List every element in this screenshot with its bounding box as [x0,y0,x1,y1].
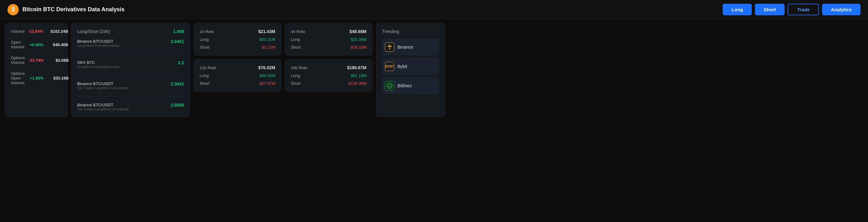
trending-bitfinex[interactable]: Bitfinex [382,78,439,94]
rekt-4h-header: 4h Rekt $48.68M [291,29,367,34]
svg-marker-4 [389,46,391,48]
ratio-sub-1: Long/Short Ratio(Accounts) [77,65,119,69]
ratio-val-1: 2.2 [178,60,184,65]
svg-marker-0 [389,45,391,46]
divider [77,53,184,54]
rekt-4h-short-value: $16.33M [350,45,367,49]
ratio-row-3: Binance BTC/USDT Top Trader Long/Short (… [77,103,184,111]
trending-bybit[interactable]: BYBT Bybit [382,58,439,75]
ratio-title-3: Binance BTC/USDT [77,103,128,107]
rekt-12h-long-label: Long [200,73,209,78]
rekt-4h-long-value: $32.34M [350,37,367,42]
ratio-row-2: Binance BTC/USDT Top Trader Long/Short (… [77,81,184,90]
rekt-24h-total: $190.67M [347,65,367,70]
ratio-title-2: Binance BTC/USDT [77,81,129,86]
btc-logo-icon: ₿ [7,4,19,15]
rekt-12h-label: 12h Rekt [200,66,216,70]
rekt-1h-long-value: $20.31M [259,37,275,42]
rekt-24h-long-value: $62.19M [350,73,367,78]
rekt-24h-short-label: Short [291,81,301,86]
short-button[interactable]: Short [755,4,784,15]
trade-button[interactable]: Trade [788,4,819,15]
stat-row: Options Volume -33.79% $3.58B [11,56,62,65]
header-left: ₿ Bitcoin BTC Derivatives Data Analysis [7,4,124,15]
stat-value-1: $46.40B [46,42,68,47]
rekt-right-col: 4h Rekt $48.68M Long $32.34M Short $16.3… [285,23,372,117]
ratio-val-3: 2.0505 [170,103,184,108]
ratio-row-0: Binance BTC/USDT Long/Short Ratio(Accoun… [77,39,184,47]
rekt-1h-short-label: Short [200,45,209,49]
rekt-24h-header: 24h Rekt $190.67M [291,65,367,70]
rekt-12h-short-label: Short [200,81,209,86]
divider [77,75,184,75]
ratio-sub-3: Top Trader Long/Short (Positions) [77,107,128,111]
page-title: Bitcoin BTC Derivatives Data Analysis [23,6,124,13]
ratio-sub-2: Top Trader Long/Short (Accounts) [77,86,129,90]
bitfinex-label: Bitfinex [398,83,412,88]
rekt-12h-total: $76.02M [258,65,275,70]
stat-label-3: Options Open Interest [11,71,25,85]
rekt-1h-card: 1h Rekt $21.43M Long $20.31M Short $1.12… [194,23,281,56]
rekt-24h-card: 24h Rekt $190.67M Long $62.19M Short $12… [285,59,372,92]
stat-label-1: Open Interest [11,40,24,49]
ratio-sub-0: Long/Short Ratio(Accounts) [77,44,119,47]
longshort-card: Long/Short (24h) 1.008 Binance BTC/USDT … [71,23,190,117]
ratio-row-header-0: Binance BTC/USDT Long/Short Ratio(Accoun… [77,39,184,47]
stat-value-0: $102.24B [46,29,68,34]
binance-label: Binance [398,45,413,49]
ratio-val-0: 2.0451 [170,39,184,44]
rekt-4h-short-label: Short [291,45,301,49]
ratio-row-1: OKX BTC Long/Short Ratio(Accounts) 2.2 [77,60,184,69]
stat-change-2: -33.79% [25,58,44,63]
bybit-icon: BYBT [385,62,394,71]
stats-card: Volume -22.64% $102.24B Open Interest +0… [5,23,67,117]
stat-row: Options Open Interest +1.89% $33.16B [11,71,62,85]
bybit-label: Bybit [398,64,407,69]
trending-title: Trending [382,29,439,34]
long-button[interactable]: Long [723,4,752,15]
trending-binance[interactable]: Binance [382,39,439,55]
rekt-1h-short-value: $1.12M [262,45,275,49]
rekt-24h-label: 24h Rekt [291,66,307,70]
rekt-1h-header: 1h Rekt $21.43M [200,29,275,34]
rekt-4h-card: 4h Rekt $48.68M Long $32.34M Short $16.3… [285,23,372,56]
analytics-button[interactable]: Analytics [822,4,861,15]
ratio-title-1: OKX BTC [77,60,119,65]
rekt-24h-long-row: Long $62.19M [291,73,367,78]
rekt-24h-short-value: $128.48M [348,81,367,86]
stat-change-3: +1.89% [25,76,44,80]
nav-buttons: Long Short Trade Analytics [723,4,861,15]
ratio-row-header-3: Binance BTC/USDT Top Trader Long/Short (… [77,103,184,111]
bitfinex-icon [385,81,394,90]
rekt-24h-short-row: Short $128.48M [291,81,367,86]
rekt-1h-label: 1h Rekt [200,29,214,34]
ratio-title-0: Binance BTC/USDT [77,39,119,44]
rekt-left-col: 1h Rekt $21.43M Long $20.31M Short $1.12… [194,23,281,117]
svg-marker-1 [389,48,391,49]
rekt-12h-long-row: Long $48.35M [200,73,275,78]
longshort-value: 1.008 [173,29,184,34]
rekt-1h-long-row: Long $20.31M [200,37,275,42]
header: ₿ Bitcoin BTC Derivatives Data Analysis … [0,0,868,19]
main-content: Volume -22.64% $102.24B Open Interest +0… [0,19,868,121]
ratio-row-header-1: OKX BTC Long/Short Ratio(Accounts) 2.2 [77,60,184,69]
stat-change-1: +0.38% [24,42,43,47]
longshort-label: Long/Short (24h) [77,29,110,34]
rekt-12h-long-value: $48.35M [259,73,275,78]
binance-icon [385,42,394,52]
rekt-4h-label: 4h Rekt [291,29,305,34]
rekt-24h-long-label: Long [291,73,300,78]
rekt-1h-short-row: Short $1.12M [200,45,275,49]
stat-label-2: Options Volume [11,56,25,65]
rekt-12h-short-value: $27.67M [259,81,275,86]
ratio-row-header-2: Binance BTC/USDT Top Trader Long/Short (… [77,81,184,90]
rekt-4h-long-row: Long $32.34M [291,37,367,42]
rekt-4h-short-row: Short $16.33M [291,45,367,49]
rekt-1h-total: $21.43M [258,29,275,34]
longshort-header: Long/Short (24h) 1.008 [77,29,184,34]
rekt-4h-total: $48.68M [350,29,367,34]
rekt-1h-long-label: Long [200,37,209,42]
stat-row: Open Interest +0.38% $46.40B [11,40,62,49]
stat-row: Volume -22.64% $102.24B [11,29,62,34]
stat-change-0: -22.64% [24,29,43,34]
